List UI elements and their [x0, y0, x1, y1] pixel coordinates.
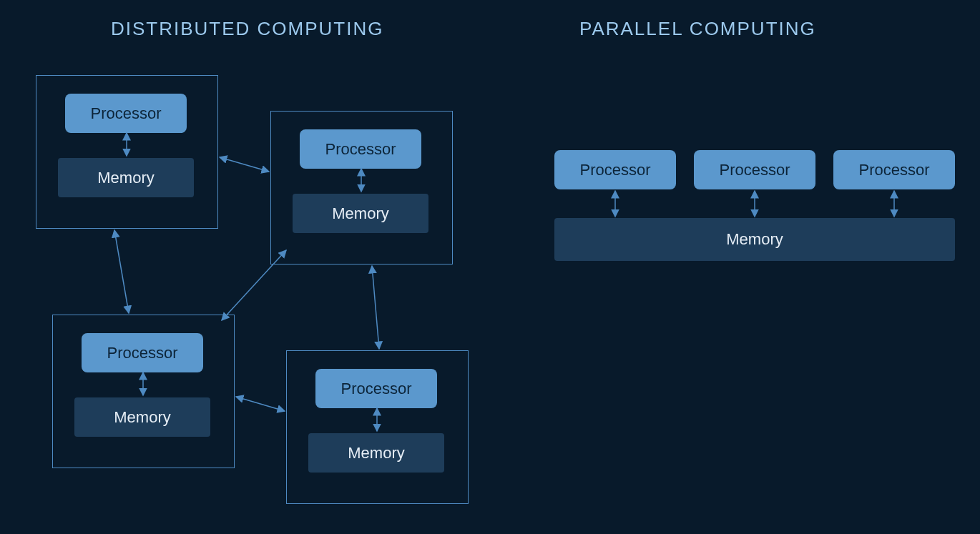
distributed-node-3: Processor Memory — [52, 315, 235, 468]
processor-box: Processor — [300, 129, 421, 169]
parallel-processor-2: Processor — [694, 150, 815, 189]
parallel-processor-3: Processor — [833, 150, 955, 189]
processor-box: Processor — [82, 333, 203, 372]
title-distributed: DISTRIBUTED COMPUTING — [111, 18, 383, 40]
memory-box: Memory — [308, 433, 444, 473]
distributed-node-2: Processor Memory — [270, 111, 453, 264]
parallel-shared-memory: Memory — [554, 218, 955, 261]
memory-box: Memory — [74, 397, 210, 437]
title-parallel: PARALLEL COMPUTING — [579, 18, 816, 40]
parallel-processor-1: Processor — [554, 150, 676, 189]
conn-1-3 — [114, 230, 129, 313]
memory-box: Memory — [58, 158, 194, 197]
distributed-node-1: Processor Memory — [36, 75, 218, 229]
processor-box: Processor — [315, 369, 437, 408]
processor-box: Processor — [65, 94, 187, 133]
memory-box: Memory — [293, 194, 428, 233]
distributed-node-4: Processor Memory — [286, 350, 469, 504]
conn-1-2 — [220, 157, 269, 172]
conn-3-4 — [236, 397, 285, 411]
conn-2-4 — [372, 266, 379, 349]
